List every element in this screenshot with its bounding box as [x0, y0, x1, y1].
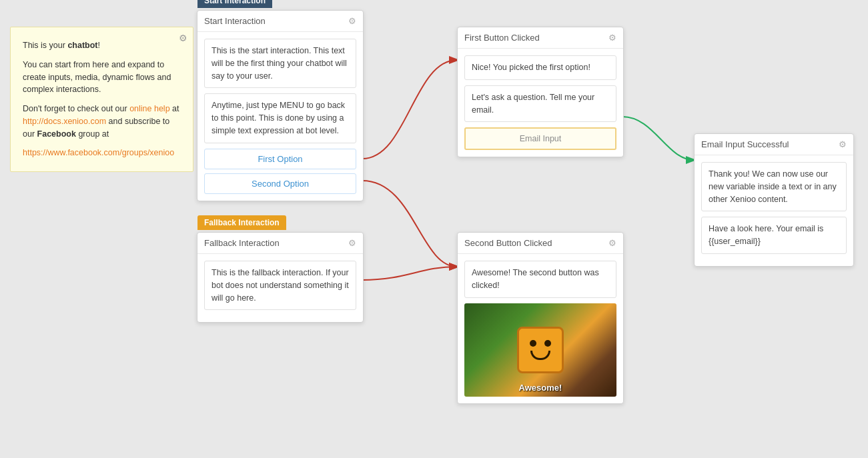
email-input-field[interactable]: Email Input	[464, 127, 616, 150]
start-text-1: This is the start interaction. This text…	[204, 39, 356, 88]
start-interaction-header: Start Interaction ⚙	[197, 11, 363, 32]
first-button-clicked-title: First Button Clicked	[464, 33, 540, 43]
info-panel: ⚙ This is your chatbot! You can start fr…	[10, 27, 193, 172]
info-panel-gear-icon[interactable]: ⚙	[179, 33, 187, 43]
start-interaction-gear-icon[interactable]: ⚙	[348, 16, 356, 26]
start-interaction-label: Start Interaction	[197, 0, 272, 8]
fallback-interaction-header: Fallback Interaction ⚙	[197, 233, 363, 254]
first-button-clicked-header: First Button Clicked ⚙	[458, 27, 623, 49]
second-button-clicked-body: Awesome! The second button was clicked! …	[458, 254, 623, 403]
second-option-button[interactable]: Second Option	[204, 173, 356, 194]
email-success-text-1: Thank you! We can now use our new variab…	[701, 162, 847, 211]
gif-caption: Awesome!	[464, 383, 616, 393]
lego-eyes	[530, 340, 551, 347]
start-interaction-node: Start Interaction Start Interaction ⚙ Th…	[197, 10, 364, 201]
info-text-4: https://www.facebook.com/groups/xenioo	[23, 147, 181, 159]
docs-link[interactable]: http://docs.xenioo.com	[23, 117, 106, 126]
second-button-clicked-header: Second Button Clicked ⚙	[458, 233, 623, 254]
second-button-clicked-gear-icon[interactable]: ⚙	[608, 238, 616, 248]
lego-eye-left	[530, 340, 536, 347]
email-success-text-2: Have a look here. Your email is {{user_e…	[701, 217, 847, 254]
start-interaction-body: This is the start interaction. This text…	[197, 32, 363, 201]
first-button-text-1: Nice! You picked the first option!	[464, 55, 616, 80]
fallback-text-1: This is the fallback interaction. If you…	[204, 261, 356, 310]
lego-face	[517, 327, 564, 373]
fallback-interaction-body: This is the fallback interaction. If you…	[197, 254, 363, 322]
fallback-interaction-label: Fallback Interaction	[197, 215, 286, 230]
lego-mouth	[530, 351, 550, 360]
first-button-clicked-node: First Button Clicked ⚙ Nice! You picked …	[457, 27, 624, 157]
lego-eye-right	[544, 340, 551, 347]
email-success-title: Email Input Successful	[701, 139, 789, 149]
second-button-text-1: Awesome! The second button was clicked!	[464, 261, 616, 298]
facebook-link[interactable]: https://www.facebook.com/groups/xenioo	[23, 148, 174, 157]
start-text-2: Anytime, just type MENU to go back to th…	[204, 93, 356, 143]
fallback-interaction-gear-icon[interactable]: ⚙	[348, 238, 356, 248]
email-success-node: Email Input Successful ⚙ Thank you! We c…	[694, 133, 854, 267]
first-button-clicked-body: Nice! You picked the first option! Let's…	[458, 49, 623, 157]
first-button-clicked-gear-icon[interactable]: ⚙	[608, 33, 616, 43]
info-text-3: Don't forget to check out our online hel…	[23, 103, 181, 140]
first-button-text-2: Let's ask a question. Tell me your email…	[464, 85, 616, 123]
second-button-clicked-node: Second Button Clicked ⚙ Awesome! The sec…	[457, 232, 624, 404]
fallback-interaction-node: Fallback Interaction Fallback Interactio…	[197, 232, 364, 323]
start-interaction-title: Start Interaction	[204, 16, 266, 26]
online-help-link[interactable]: online help	[129, 104, 169, 113]
second-button-clicked-title: Second Button Clicked	[464, 238, 552, 248]
email-success-gear-icon[interactable]: ⚙	[839, 139, 847, 149]
first-option-button[interactable]: First Option	[204, 149, 356, 169]
awesome-gif: Awesome!	[464, 303, 616, 397]
email-success-header: Email Input Successful ⚙	[695, 134, 853, 155]
canvas: ⚙ This is your chatbot! You can start fr…	[0, 0, 868, 458]
info-text-2: You can start from here and expand to cr…	[23, 59, 181, 96]
fallback-interaction-title: Fallback Interaction	[204, 238, 280, 248]
email-success-body: Thank you! We can now use our new variab…	[695, 155, 853, 266]
info-text-1: This is your chatbot!	[23, 39, 181, 52]
